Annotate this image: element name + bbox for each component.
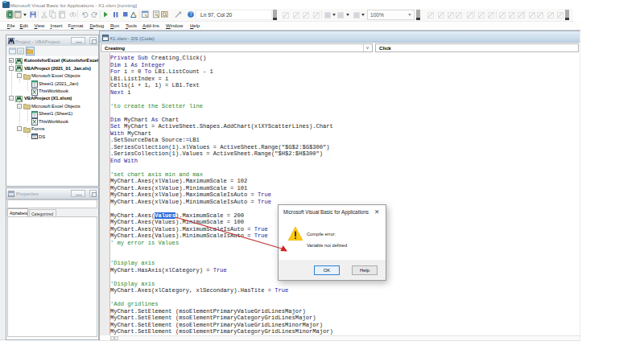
- svg-text:?: ?: [189, 11, 192, 17]
